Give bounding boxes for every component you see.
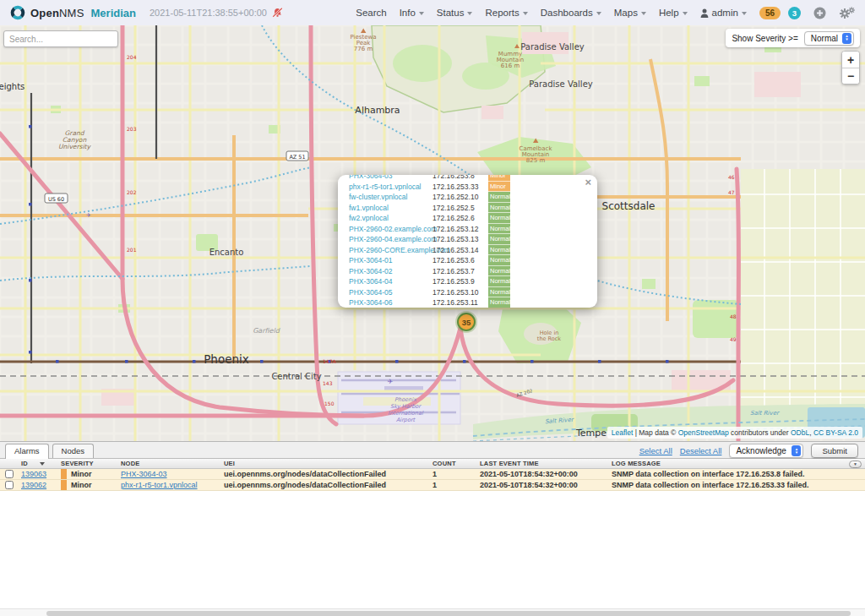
nav-dashboards[interactable]: Dashboards	[541, 8, 601, 18]
nav-status[interactable]: Status	[437, 8, 473, 18]
submit-button[interactable]: Submit	[811, 444, 858, 458]
severity-chip: Minor	[488, 175, 510, 182]
popup-node-row: fw2.vpnlocal172.16.252.6Normal	[349, 213, 597, 224]
alarm-row: 139062 Minor phx-r1-r5-tor1.vpnlocal uei…	[0, 480, 865, 491]
alarm-id-link[interactable]: 139062	[21, 481, 46, 489]
alarm-id-link[interactable]: 139063	[21, 470, 46, 478]
popup-node-row: PHX-3064-03172.16.253.8Minor	[349, 175, 597, 182]
brand-product: Meridian	[91, 7, 136, 19]
severity-chip: Normal	[488, 224, 510, 235]
tab-nodes[interactable]: Nodes	[52, 444, 94, 458]
severity-indicator	[61, 480, 67, 490]
severity-filter-label: Show Severity >=	[732, 34, 797, 43]
svg-text:the Rock: the Rock	[537, 335, 562, 342]
svg-text:143: 143	[323, 380, 333, 386]
popup-node-row: PHX-3064-05172.16.253.10Normal	[349, 287, 597, 298]
svg-text:47: 47	[728, 189, 735, 195]
svg-text:49: 49	[730, 336, 737, 342]
select-stepper-icon	[842, 33, 851, 44]
popup-node-row: phx-r1-r5-tor1.vpnlocal172.16.253.33Mino…	[349, 182, 597, 193]
admin-gears-icon[interactable]	[839, 7, 855, 19]
osm-link[interactable]: OpenStreetMap	[678, 428, 729, 437]
map-zoom-control: + −	[841, 51, 860, 84]
node-search-input[interactable]	[3, 30, 118, 47]
chevron-down-icon	[742, 12, 747, 15]
severity-chip: Normal	[488, 245, 510, 256]
alarms-panel: Alarms Nodes Select All Deselect All Ack…	[0, 442, 865, 616]
us60-shield: US 60	[45, 194, 68, 203]
popup-node-row: fw-cluster.vpnlocal172.16.252.10Normal	[349, 192, 597, 203]
popup-node-row: PHX-3064-04172.16.253.9Normal	[349, 276, 597, 287]
row-select-checkbox[interactable]	[5, 481, 14, 489]
top-navbar: OpenNMS Meridian 2021-05-11T21:38:55+00:…	[0, 0, 865, 25]
nav-user-menu[interactable]: admin	[700, 8, 747, 18]
airport-icon: ✈	[388, 378, 394, 385]
geographical-map[interactable]: US 60 AZ 51 AZ 202 204 203 202 201 46 47	[0, 25, 865, 442]
ccbysa-link[interactable]: CC BY-SA 2.0	[813, 428, 858, 437]
popup-close-icon[interactable]: ×	[585, 176, 591, 188]
severity-chip: Normal	[488, 192, 510, 203]
sort-desc-icon[interactable]	[40, 462, 45, 466]
chevron-down-icon	[596, 12, 601, 15]
svg-text:48: 48	[730, 313, 737, 319]
row-select-checkbox[interactable]	[5, 470, 14, 478]
svg-text:University: University	[58, 143, 91, 150]
severity-select[interactable]: Normal	[804, 31, 854, 46]
nav-search[interactable]: Search	[356, 8, 386, 18]
alarm-row: 139063 Minor PHX-3064-03 uei.opennms.org…	[0, 469, 865, 480]
marker-cluster[interactable]: 35	[457, 313, 476, 331]
nav-help[interactable]: Help	[659, 8, 688, 18]
alarm-count-badge[interactable]: 56	[759, 7, 781, 19]
svg-text:616 m: 616 m	[501, 63, 520, 69]
leaflet-link[interactable]: Leaflet	[612, 428, 634, 437]
airport-icon: ✈	[86, 212, 91, 219]
nav-reports[interactable]: Reports	[485, 8, 527, 18]
svg-text:Encanto: Encanto	[209, 248, 244, 257]
svg-text:Scottsdale: Scottsdale	[602, 200, 656, 212]
node-link[interactable]: phx-r1-r5-tor1.vpnlocal	[121, 481, 198, 489]
chevron-down-icon	[467, 12, 472, 15]
svg-text:Central City: Central City	[271, 372, 321, 381]
nav-info[interactable]: Info	[400, 8, 424, 18]
severity-chip: Normal	[488, 203, 510, 214]
zoom-in-button[interactable]: +	[842, 52, 859, 68]
chevron-down-icon	[419, 12, 424, 15]
az51-shield: AZ 51	[286, 151, 308, 161]
svg-text:Garfield: Garfield	[253, 327, 280, 335]
notifications-off-icon[interactable]	[272, 8, 283, 18]
svg-text:203: 203	[127, 126, 137, 132]
select-all-link[interactable]: Select All	[639, 446, 672, 455]
deselect-all-link[interactable]: Deselect All	[680, 446, 722, 455]
popup-node-row: PHX-2960-02.example.com172.16.253.12Norm…	[349, 224, 597, 235]
nav-maps[interactable]: Maps	[614, 8, 646, 18]
column-filter-button[interactable]: ▼	[849, 461, 862, 468]
popup-node-row: PHX-3064-02172.16.253.7Normal	[349, 266, 597, 277]
action-select[interactable]: Acknowledge	[729, 444, 803, 458]
quick-add-icon[interactable]	[813, 7, 826, 19]
notice-count-badge[interactable]: 3	[788, 7, 801, 19]
node-link[interactable]: PHX-3064-03	[121, 470, 167, 478]
tab-alarms[interactable]: Alarms	[5, 444, 49, 459]
zoom-out-button[interactable]: −	[842, 68, 859, 84]
severity-chip: Normal	[488, 266, 510, 277]
svg-text:Heights: Heights	[0, 82, 24, 91]
brand-name: OpenNMS	[30, 7, 84, 19]
severity-chip: Minor	[488, 182, 510, 193]
brand-logo[interactable]: OpenNMS Meridian	[10, 5, 136, 20]
svg-text:Salt River: Salt River	[750, 410, 780, 417]
opennms-logo-icon	[10, 5, 25, 20]
svg-text:Paradise Valley: Paradise Valley	[520, 42, 585, 52]
severity-chip: Normal	[488, 276, 510, 287]
scrollbar-thumb[interactable]	[46, 611, 851, 616]
svg-text:Phoenix: Phoenix	[394, 396, 417, 403]
svg-text:147A: 147A	[323, 358, 336, 364]
severity-chip: Normal	[488, 297, 510, 308]
severity-chip: Normal	[488, 255, 510, 266]
svg-text:825 m: 825 m	[526, 157, 546, 164]
severity-indicator	[61, 469, 67, 479]
svg-text:International: International	[388, 410, 424, 417]
farmland-area	[741, 169, 865, 422]
chevron-down-icon	[523, 12, 528, 15]
svg-text:Phoenix: Phoenix	[204, 352, 249, 366]
odbl-link[interactable]: ODbL	[791, 428, 809, 437]
